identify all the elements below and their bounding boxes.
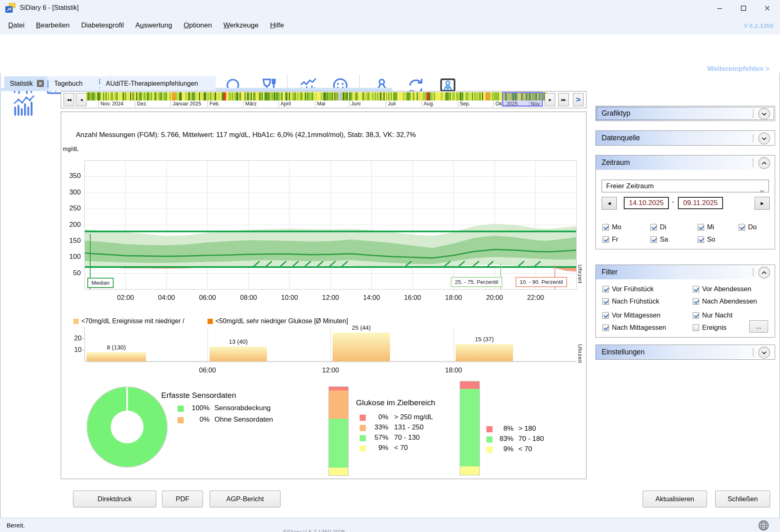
toolbar xyxy=(0,34,780,73)
tir2-legend-pct-1: 8% xyxy=(495,425,513,433)
checkbox[interactable] xyxy=(602,298,609,305)
menu-item-hilfe[interactable]: Hilfe xyxy=(264,21,290,30)
tir-legend-swatch-3 xyxy=(360,435,366,441)
chevron-down-icon[interactable] xyxy=(758,347,770,358)
header-divider xyxy=(753,158,753,167)
checkbox[interactable] xyxy=(698,236,704,243)
panel-title: Grafiktyp xyxy=(602,106,630,121)
select-value: Freier Zeitraum xyxy=(606,182,654,190)
checkbox[interactable] xyxy=(602,286,609,292)
close-button[interactable] xyxy=(755,0,779,16)
minimize-button[interactable] xyxy=(708,0,732,16)
checkbox[interactable] xyxy=(602,236,609,243)
menu-item-bearbeiten[interactable]: Bearbeiten xyxy=(30,21,75,30)
checkbox[interactable] xyxy=(602,312,609,319)
tir-segment xyxy=(460,389,479,466)
weekday-checkbox-so[interactable]: So xyxy=(698,235,715,243)
tab-close-button[interactable] xyxy=(37,80,44,87)
sensor-legend-pct-2: 0% xyxy=(187,416,210,424)
month-label: April xyxy=(281,101,291,107)
checkbox[interactable] xyxy=(693,298,699,305)
checkbox[interactable] xyxy=(602,224,609,231)
timeline-forward-button[interactable]: > xyxy=(573,93,584,106)
menu-item-auswertung[interactable]: Auswertung xyxy=(130,21,178,30)
tab-statistik[interactable]: Statistik xyxy=(4,76,48,91)
date-prev-button[interactable]: ◀ xyxy=(602,197,617,210)
bottom-ticker: SiDiary V 6.2.1350 2025 xyxy=(283,529,513,532)
chevron-down-icon[interactable] xyxy=(758,132,770,144)
donut-hole xyxy=(111,411,144,443)
panel-header-filter[interactable]: Filter xyxy=(595,265,775,280)
pdf-button[interactable]: PDF xyxy=(162,491,203,507)
checkbox-label: Sa xyxy=(660,235,668,243)
weekday-checkbox-di[interactable]: Di xyxy=(650,223,666,231)
chevron-down-icon[interactable] xyxy=(758,108,770,120)
menu-item-diabetesprofil[interactable]: Diabetesprofil xyxy=(75,21,130,30)
histogram-gridline xyxy=(454,328,454,361)
timeline-first-button[interactable]: ◀◀ xyxy=(64,93,74,106)
timeline-next-button[interactable]: ▶ xyxy=(545,93,555,106)
filter-checkbox-vor-mittagessen[interactable]: Vor Mittagessen xyxy=(602,311,660,319)
month-tick xyxy=(315,100,315,107)
timeline-prev-button[interactable]: ◀ xyxy=(76,93,87,106)
filter-more-button[interactable]: ... xyxy=(749,320,768,333)
direktdruck-button[interactable]: Direktdruck xyxy=(73,491,156,507)
filter-checkbox-ereignis[interactable]: Ereignis xyxy=(693,324,727,331)
filter-checkbox-vor-abendessen[interactable]: Vor Abendessen xyxy=(693,285,751,293)
tab-audite-therapieempfehlungen[interactable]: AUdiTE-Therapieempfehlungen xyxy=(100,76,216,91)
menu-item-datei[interactable]: Datei xyxy=(2,21,30,30)
panel-header-einstellungen[interactable]: Einstellungen xyxy=(595,345,775,360)
maximize-button[interactable] xyxy=(732,0,755,16)
weekday-checkbox-sa[interactable]: Sa xyxy=(650,235,668,243)
month-label: Juli xyxy=(388,101,396,107)
x-tick-label: 20:00 xyxy=(482,294,507,301)
weekday-checkbox-mi[interactable]: Mi xyxy=(698,223,714,231)
timeline-heatmap[interactable] xyxy=(86,92,548,100)
sensor-legend-label-1: Sensorabdeckung xyxy=(214,404,271,412)
weekday-checkbox-fr[interactable]: Fr xyxy=(602,235,618,243)
y-tick-label: 150 xyxy=(63,237,81,245)
weiterempfehlen-link[interactable]: Weiterempfehlen > xyxy=(707,65,769,73)
panel-header-grafiktyp[interactable]: Grafiktyp xyxy=(595,106,775,121)
sensor-legend-label-2: Ohne Sensordaten xyxy=(214,416,273,424)
menu-item-optionen[interactable]: Optionen xyxy=(178,21,218,30)
checkbox[interactable] xyxy=(650,224,657,231)
weekday-checkbox-do[interactable]: Do xyxy=(739,223,757,231)
date-from-field[interactable]: 14.10.2025 xyxy=(624,197,669,209)
panel-header-zeitraum[interactable]: Zeitraum xyxy=(595,155,775,170)
checkbox-label: Mo xyxy=(612,223,621,231)
filter-checkbox-nach-abendessen[interactable]: Nach Abendessen xyxy=(693,297,757,305)
checkbox[interactable] xyxy=(693,324,699,331)
filter-checkbox-vor-fruehstueck[interactable]: Vor Frühstück xyxy=(602,285,654,293)
timeline-last-button[interactable]: ▶▶ xyxy=(558,93,569,106)
checkbox[interactable] xyxy=(693,312,699,319)
filter-checkbox-nach-fruehstueck[interactable]: Nach Frühstück xyxy=(602,297,659,305)
checkbox[interactable] xyxy=(698,224,704,231)
agp-bericht-button[interactable]: AGP-Bericht xyxy=(210,491,281,507)
checkbox[interactable] xyxy=(650,236,657,243)
zeitraum-preset-select[interactable]: Freier Zeitraum xyxy=(602,180,769,192)
chevron-up-icon[interactable] xyxy=(758,267,770,279)
filter-checkbox-nach-mittagessen[interactable]: Nach Mittagessen xyxy=(602,324,666,331)
chevron-up-icon[interactable] xyxy=(758,157,770,169)
schliessen-button[interactable]: Schließen xyxy=(715,491,770,507)
tir2-legend-swatch-3 xyxy=(486,447,493,453)
tir-segment xyxy=(329,468,348,475)
menu-item-werkzeuge[interactable]: Werkzeuge xyxy=(218,21,265,30)
tir-legend-swatch-4 xyxy=(360,445,366,452)
tir2-legend-range-2: 70 - 180 xyxy=(518,435,544,443)
checkbox[interactable] xyxy=(602,324,609,331)
histogram-x-tick: 18:00 xyxy=(441,366,466,374)
date-to-field[interactable]: 09.11.2025 xyxy=(678,197,723,209)
checkbox-label: Ereignis xyxy=(702,324,727,331)
weekday-checkbox-mo[interactable]: Mo xyxy=(602,223,621,231)
checkbox[interactable] xyxy=(693,286,699,292)
panel-header-datenquelle[interactable]: Datenquelle xyxy=(595,130,775,146)
filter-checkbox-nur-nacht[interactable]: Nur Nacht xyxy=(693,311,732,319)
aktualisieren-button[interactable]: Aktualisieren xyxy=(643,491,707,507)
header-divider xyxy=(753,134,753,143)
checkbox[interactable] xyxy=(739,224,745,231)
tab-tagebuch[interactable]: Tagebuch xyxy=(48,76,99,91)
timeline-selection[interactable] xyxy=(502,92,543,107)
date-next-button[interactable]: ▶ xyxy=(755,197,770,210)
